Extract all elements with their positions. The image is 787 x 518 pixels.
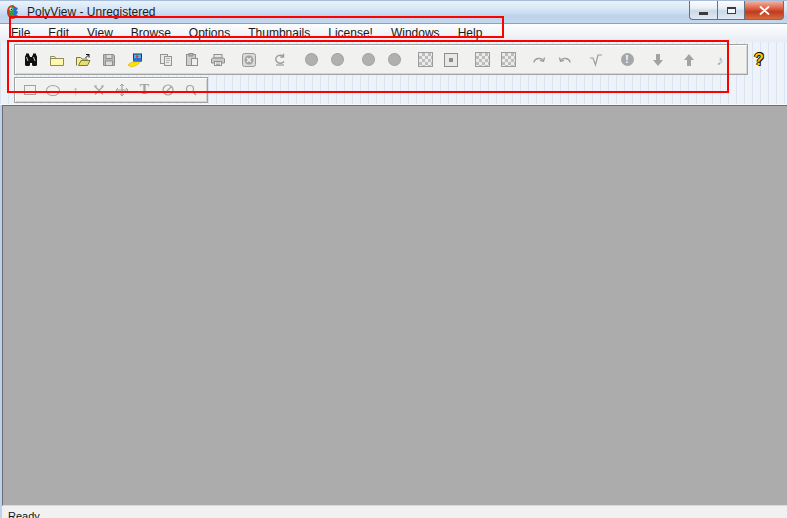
revert-button[interactable]: [268, 48, 292, 72]
move-button[interactable]: [111, 80, 132, 100]
dotted-circle-3-button[interactable]: [356, 48, 380, 72]
floppy-icon: [101, 52, 117, 68]
menu-item-edit[interactable]: Edit: [39, 25, 78, 42]
binoculars-icon: [23, 52, 39, 68]
new-folder-button[interactable]: [45, 48, 69, 72]
circle-slash-icon: [160, 82, 176, 98]
paste-icon: [184, 52, 200, 68]
tools-toolbar: ↑T: [14, 77, 208, 103]
save-button[interactable]: [97, 48, 121, 72]
magnifier-icon: [183, 82, 199, 98]
main-toolbar: !♪?: [14, 44, 748, 75]
maximize-button[interactable]: [717, 1, 745, 20]
ellipse-select-icon: [45, 82, 61, 98]
polyview-window: PolyView - Unregistered FileEditViewBrow…: [0, 0, 787, 518]
menu-item-view[interactable]: View: [78, 25, 122, 42]
undo-button[interactable]: [553, 48, 577, 72]
note-icon: ♪: [712, 52, 728, 68]
arrow-up-icon: [681, 52, 697, 68]
up-arrow-button[interactable]: [677, 48, 701, 72]
arrow-down-icon: [650, 52, 666, 68]
crop-button[interactable]: [88, 80, 109, 100]
inner-square-button[interactable]: [439, 48, 463, 72]
help-button[interactable]: ?: [747, 48, 771, 72]
image-edit-icon: [127, 52, 143, 68]
checkerboard-2-button[interactable]: [470, 48, 494, 72]
copy-button[interactable]: [154, 48, 178, 72]
minimize-button[interactable]: [689, 1, 718, 20]
redo-icon: [531, 52, 547, 68]
dotted-circle-icon: [329, 52, 345, 68]
select-rectangle-button[interactable]: [19, 80, 40, 100]
checkerboard-3-button[interactable]: [496, 48, 520, 72]
print-icon: [210, 52, 226, 68]
menu-item-thumbnails[interactable]: Thumbnails: [239, 25, 319, 42]
move-icon: [114, 82, 130, 98]
square-in-square-icon: [443, 52, 459, 68]
dotted-circle-icon: [303, 52, 319, 68]
delete-button[interactable]: [237, 48, 261, 72]
close-icon: [759, 1, 770, 19]
print-button[interactable]: [206, 48, 230, 72]
workspace-area[interactable]: [2, 105, 787, 506]
title-bar: PolyView - Unregistered: [0, 0, 787, 24]
maximize-icon: [727, 7, 736, 14]
dotted-circle-icon: [386, 52, 402, 68]
edit-image-button[interactable]: [123, 48, 147, 72]
minimize-icon: [699, 12, 708, 15]
folder-open-icon: [75, 52, 91, 68]
menu-bar: FileEditViewBrowseOptionsThumbnailsLicen…: [0, 24, 787, 42]
menu-item-windows[interactable]: Windows: [382, 25, 449, 42]
close-button[interactable]: [744, 1, 784, 20]
image-info-button[interactable]: !: [615, 48, 639, 72]
x-tool-icon: [91, 82, 107, 98]
dotted-circle-icon: [360, 52, 376, 68]
menu-item-browse[interactable]: Browse: [122, 25, 180, 42]
menu-item-file[interactable]: File: [2, 25, 39, 42]
checker-icon: [500, 52, 516, 68]
undo-icon: [557, 52, 573, 68]
toolbar-area: !♪? ↑T: [0, 42, 787, 105]
menu-item-options[interactable]: Options: [180, 25, 239, 42]
dotted-circle-2-button[interactable]: [325, 48, 349, 72]
window-title: PolyView - Unregistered: [27, 5, 156, 19]
no-edit-button[interactable]: [157, 80, 178, 100]
text-button[interactable]: T: [134, 80, 155, 100]
app-icon: [5, 4, 21, 20]
folder-icon: [49, 52, 65, 68]
paste-button[interactable]: [180, 48, 204, 72]
window-controls: [689, 1, 784, 20]
info-icon: !: [619, 52, 635, 68]
status-bar: Ready: [2, 506, 787, 518]
circle-x-icon: [241, 52, 257, 68]
pulse-icon: [588, 52, 604, 68]
open-button[interactable]: [71, 48, 95, 72]
text-icon: T: [137, 82, 153, 98]
menu-item-help[interactable]: Help: [449, 25, 492, 42]
checker-icon: [417, 52, 433, 68]
checkerboard-1-button[interactable]: [413, 48, 437, 72]
checker-icon: [474, 52, 490, 68]
status-text: Ready: [8, 510, 40, 518]
arrow-up-outline-icon: ↑: [68, 82, 84, 98]
pointer-button[interactable]: ↑: [65, 80, 86, 100]
dotted-circle-4-button[interactable]: [382, 48, 406, 72]
redo-button[interactable]: [527, 48, 551, 72]
help-icon: ?: [751, 52, 767, 68]
copy-icon: [158, 52, 174, 68]
audio-button[interactable]: ♪: [708, 48, 732, 72]
zoom-button[interactable]: [180, 80, 201, 100]
rect-select-icon: [22, 82, 38, 98]
browse-button[interactable]: [19, 48, 43, 72]
waveform-button[interactable]: [584, 48, 608, 72]
revert-icon: [272, 52, 288, 68]
select-ellipse-button[interactable]: [42, 80, 63, 100]
dotted-circle-1-button[interactable]: [299, 48, 323, 72]
menu-item-license[interactable]: License!: [319, 25, 382, 42]
down-arrow-button[interactable]: [646, 48, 670, 72]
